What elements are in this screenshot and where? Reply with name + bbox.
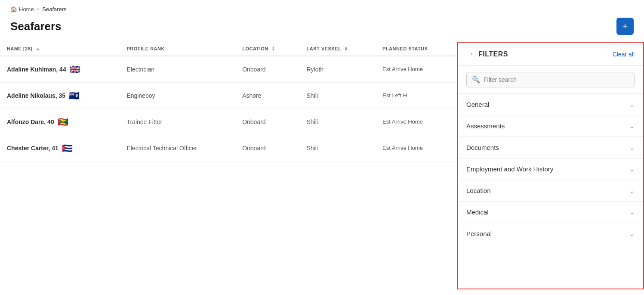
home-label: Home <box>19 6 34 12</box>
filters-header: → FILTERS Clear all <box>458 43 643 66</box>
table-row[interactable]: Adaline Kuhlman, 44 🇬🇧 Electrician Onboa… <box>0 56 457 83</box>
cell-status: Est Arrive Home <box>376 109 457 135</box>
seafarer-name: Alfonzo Dare, 40 <box>7 118 54 125</box>
location-sort-icon: ⇕ <box>271 47 275 51</box>
breadcrumb-current: Seafarers <box>42 6 66 12</box>
table-row[interactable]: Chester Carter, 41 🇨🇺 Electrical Technic… <box>0 135 457 161</box>
col-last-vessel[interactable]: LAST VESSEL ⇕ <box>299 42 376 56</box>
filter-group-label: Personal <box>466 230 492 237</box>
page-header: Seafarers + <box>0 16 644 42</box>
cell-rank: Trainee Fitter <box>120 109 235 135</box>
seafarer-name: Adaline Kuhlman, 44 <box>7 66 66 73</box>
home-icon: 🏠 <box>10 6 17 12</box>
filter-group-label: General <box>466 101 489 108</box>
filter-search-container: 🔍 <box>466 72 635 87</box>
filter-group-location[interactable]: Location ⌄ <box>458 180 643 201</box>
cell-status: Est Arrive Home <box>376 56 457 83</box>
vessel-sort-icon: ⇕ <box>344 47 348 51</box>
cell-name: Adaline Kuhlman, 44 🇬🇧 <box>0 56 120 83</box>
flag-icon: 🇨🇺 <box>62 143 73 153</box>
chevron-down-icon: ⌄ <box>629 101 635 108</box>
cell-rank: Engineboy <box>120 83 235 109</box>
col-name[interactable]: NAME [28] ▲ <box>0 42 120 56</box>
filter-group-label: Employment and Work History <box>466 165 553 173</box>
chevron-down-icon: ⌄ <box>629 209 635 216</box>
seafarer-name: Chester Carter, 41 <box>7 145 59 152</box>
seafarers-table: NAME [28] ▲ PROFILE RANK LOCATION ⇕ LAST… <box>0 42 457 161</box>
flag-icon: 🇦🇮 <box>69 90 80 101</box>
name-sort-icon: ▲ <box>36 47 40 51</box>
cell-name: Alfonzo Dare, 40 🇬🇩 <box>0 109 120 135</box>
cell-vessel: Shili <box>299 109 376 135</box>
cell-vessel: Shili <box>299 135 376 161</box>
chevron-down-icon: ⌄ <box>629 166 635 173</box>
cell-status: Est Left H <box>376 83 457 109</box>
filter-search-input[interactable] <box>484 76 629 83</box>
chevron-down-icon: ⌄ <box>629 123 635 130</box>
cell-location: Onboard <box>235 56 299 83</box>
cell-vessel: Ryloth <box>299 56 376 83</box>
col-location[interactable]: LOCATION ⇕ <box>235 42 299 56</box>
chevron-down-icon: ⌄ <box>629 187 635 194</box>
filter-group-label: Medical <box>466 208 489 216</box>
chevron-down-icon: ⌄ <box>629 230 635 237</box>
filter-group-personal[interactable]: Personal ⌄ <box>458 223 643 244</box>
col-planned-status: PLANNED STATUS <box>376 42 457 56</box>
table-header-row: NAME [28] ▲ PROFILE RANK LOCATION ⇕ LAST… <box>0 42 457 56</box>
table-section: NAME [28] ▲ PROFILE RANK LOCATION ⇕ LAST… <box>0 42 457 289</box>
clear-all-button[interactable]: Clear all <box>613 51 635 58</box>
filters-title-group: → FILTERS <box>466 50 508 59</box>
filter-groups: General ⌄ Assessments ⌄ Documents ⌄ Empl… <box>458 93 643 244</box>
filter-group-label: Location <box>466 187 491 194</box>
filters-title: FILTERS <box>478 50 508 58</box>
flag-icon: 🇬🇧 <box>70 64 80 75</box>
seafarer-name: Adeline Nikolaus, 35 <box>7 92 65 99</box>
page-title: Seafarers <box>10 20 62 33</box>
filter-group-assessments[interactable]: Assessments ⌄ <box>458 115 643 137</box>
cell-location: Onboard <box>235 109 299 135</box>
cell-name: Chester Carter, 41 🇨🇺 <box>0 135 120 161</box>
table-row[interactable]: Alfonzo Dare, 40 🇬🇩 Trainee Fitter Onboa… <box>0 109 457 135</box>
filter-group-label: Documents <box>466 144 499 151</box>
cell-name: Adeline Nikolaus, 35 🇦🇮 <box>0 83 120 109</box>
breadcrumb: 🏠 Home > Seafarers <box>0 0 644 16</box>
cell-vessel: Shili <box>299 83 376 109</box>
add-button[interactable]: + <box>616 18 634 35</box>
cell-status: Est Arrive Home <box>376 135 457 161</box>
cell-location: Ashore <box>235 83 299 109</box>
filter-group-documents[interactable]: Documents ⌄ <box>458 137 643 158</box>
table-row[interactable]: Adeline Nikolaus, 35 🇦🇮 Engineboy Ashore… <box>0 83 457 109</box>
col-profile-rank: PROFILE RANK <box>120 42 235 56</box>
main-layout: NAME [28] ▲ PROFILE RANK LOCATION ⇕ LAST… <box>0 42 644 289</box>
filter-group-general[interactable]: General ⌄ <box>458 93 643 115</box>
filter-group-label: Assessments <box>466 122 505 130</box>
search-icon: 🔍 <box>472 76 480 84</box>
cell-rank: Electrical Technical Officer <box>120 135 235 161</box>
filter-group-employment-and-work-history[interactable]: Employment and Work History ⌄ <box>458 158 643 180</box>
cell-location: Onboard <box>235 135 299 161</box>
filters-arrow-icon: → <box>466 50 474 59</box>
flag-icon: 🇬🇩 <box>58 117 68 127</box>
chevron-down-icon: ⌄ <box>629 144 635 151</box>
filter-group-medical[interactable]: Medical ⌄ <box>458 201 643 223</box>
home-link[interactable]: 🏠 Home <box>10 6 34 12</box>
cell-rank: Electrician <box>120 56 235 83</box>
filters-panel: → FILTERS Clear all 🔍 General ⌄ Assessme… <box>457 42 644 289</box>
breadcrumb-separator: > <box>37 6 40 12</box>
